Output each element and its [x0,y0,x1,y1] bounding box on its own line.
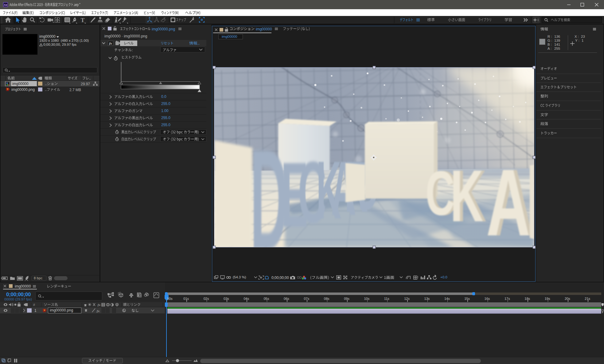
svg-text:#: # [33,303,35,307]
svg-text:fx: fx [98,303,101,307]
svg-text:fx: fx [97,309,100,313]
svg-text:Ae: Ae [4,3,7,6]
svg-text:K: K [450,154,483,237]
svg-text:T: T [81,17,85,23]
svg-text:A: A [486,149,530,256]
svg-text:fx: fx [109,41,112,45]
svg-text:1: 1 [34,308,37,313]
